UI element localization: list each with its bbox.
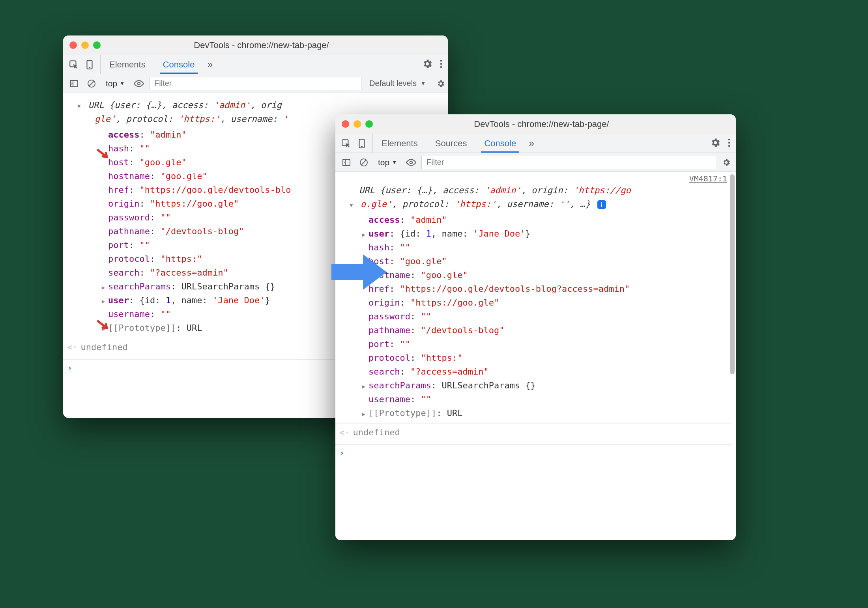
svg-point-4 [440, 63, 442, 65]
filter-input[interactable] [149, 77, 361, 90]
scrollbar[interactable] [730, 174, 735, 538]
tabbar: Elements Console » [63, 55, 448, 74]
expand-caret[interactable] [102, 282, 105, 291]
property-row[interactable]: searchParams: URLSearchParams {} [335, 379, 731, 392]
sidebar-toggle-icon[interactable] [339, 155, 354, 170]
property-row[interactable]: host: "goo.gle" [335, 254, 731, 268]
gear-icon[interactable] [422, 58, 433, 71]
live-expression-icon[interactable] [404, 155, 418, 170]
expand-caret[interactable] [102, 295, 105, 305]
svg-point-15 [728, 142, 730, 144]
devtools-window-after: DevTools - chrome://new-tab-page/ Elemen… [335, 114, 736, 540]
expand-caret[interactable] [350, 199, 353, 209]
tab-elements[interactable]: Elements [101, 55, 154, 74]
property-row[interactable]: password: "" [335, 310, 731, 323]
object-summary[interactable]: URL {user: {…}, access: 'admin', origin:… [335, 174, 731, 198]
property-row[interactable]: hostname: "goo.gle" [335, 268, 731, 282]
device-icon[interactable] [84, 60, 95, 70]
result-undefined: undefined [81, 341, 128, 354]
more-tabs-icon[interactable]: » [203, 55, 217, 74]
source-link[interactable]: VM4817:1 [689, 173, 727, 185]
context-label: top [378, 158, 389, 167]
property-row[interactable]: pathname: "/devtools-blog" [335, 323, 731, 337]
svg-point-21 [410, 161, 413, 164]
traffic-light-close[interactable] [342, 120, 349, 128]
more-tabs-icon[interactable]: » [525, 134, 538, 153]
svg-point-14 [728, 138, 730, 140]
expand-caret[interactable] [362, 380, 365, 390]
context-selector[interactable]: top ▼ [102, 79, 129, 88]
svg-point-5 [440, 66, 442, 68]
levels-selector[interactable]: Default levels ▼ [365, 79, 430, 88]
clear-console-icon[interactable] [357, 155, 371, 170]
live-expression-icon[interactable] [132, 76, 146, 91]
svg-point-10 [138, 82, 140, 85]
property-row[interactable]: user: {id: 1, name: 'Jane Doe'} [335, 227, 731, 241]
result-undefined: undefined [353, 426, 400, 439]
result-row: <·undefined [335, 423, 731, 441]
property-row[interactable]: hash: "" [335, 241, 731, 254]
gear-icon[interactable] [719, 155, 733, 170]
svg-point-16 [728, 145, 730, 147]
window-title: DevTools - chrome://new-tab-page/ [81, 40, 441, 50]
context-label: top [106, 79, 117, 88]
kebab-icon[interactable] [440, 59, 442, 70]
clear-console-icon[interactable] [84, 76, 99, 91]
inspect-icon[interactable] [69, 60, 79, 70]
scrollthumb[interactable] [730, 174, 735, 374]
property-row[interactable]: protocol: "https:" [335, 351, 731, 365]
context-selector[interactable]: top ▼ [374, 158, 401, 167]
gear-icon[interactable] [434, 76, 448, 91]
window-title: DevTools - chrome://new-tab-page/ [354, 119, 730, 129]
kebab-icon[interactable] [728, 138, 730, 149]
property-row[interactable]: port: "" [335, 337, 731, 351]
property-row[interactable]: href: "https://goo.gle/devtools-blog?acc… [335, 282, 731, 296]
inspect-icon[interactable] [341, 138, 351, 149]
expand-caret[interactable] [362, 229, 365, 239]
expand-caret[interactable] [77, 100, 80, 110]
svg-rect-17 [343, 159, 350, 166]
transition-arrow-icon [331, 252, 387, 292]
gear-icon[interactable] [710, 137, 721, 150]
object-summary[interactable]: URL {user: {…}, access: 'admin', orig [63, 95, 448, 112]
property-row[interactable]: search: "?access=admin" [335, 365, 731, 379]
titlebar: DevTools - chrome://new-tab-page/ [63, 35, 448, 55]
property-row[interactable]: access: "admin" [335, 213, 731, 227]
property-row[interactable]: origin: "https://goo.gle" [335, 296, 731, 310]
svg-point-3 [440, 60, 442, 62]
sidebar-toggle-icon[interactable] [67, 76, 81, 91]
tab-sources[interactable]: Sources [427, 134, 476, 153]
console-prompt[interactable]: › [335, 445, 731, 461]
property-row[interactable]: username: "" [335, 392, 731, 406]
tabbar: Elements Sources Console » [335, 134, 736, 153]
highlight-arrow-icon [96, 148, 110, 162]
tab-console[interactable]: Console [475, 134, 525, 153]
filter-input[interactable] [421, 156, 716, 169]
console-filterbar: top ▼ Default levels ▼ [63, 74, 448, 93]
tab-console[interactable]: Console [154, 55, 204, 74]
svg-line-20 [361, 160, 366, 165]
property-row[interactable]: [[Prototype]]: URL [335, 406, 731, 420]
info-badge-icon[interactable]: i [597, 200, 606, 209]
console-output: VM4817:1 URL {user: {…}, access: 'admin'… [335, 172, 736, 540]
svg-rect-6 [71, 80, 78, 87]
tab-elements[interactable]: Elements [373, 134, 427, 153]
traffic-light-close[interactable] [69, 41, 77, 49]
console-filterbar: top ▼ [335, 153, 736, 172]
titlebar: DevTools - chrome://new-tab-page/ [335, 114, 736, 134]
device-icon[interactable] [357, 138, 367, 149]
object-summary-line2: o.gle', protocol: 'https:', username: ''… [335, 198, 731, 213]
expand-caret[interactable] [362, 408, 365, 418]
highlight-arrow-icon [96, 319, 110, 334]
svg-line-9 [89, 81, 94, 86]
